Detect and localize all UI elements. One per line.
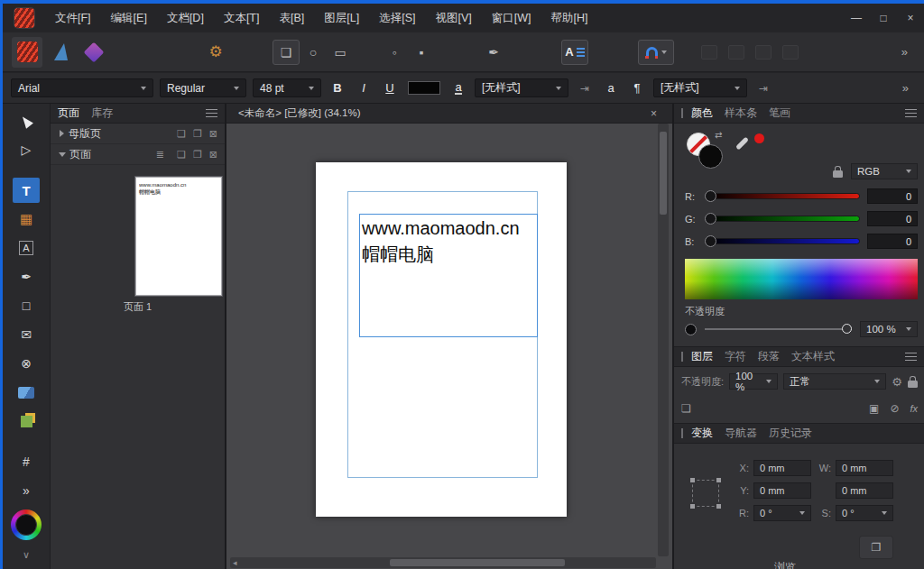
menu-text[interactable]: 文本[T] <box>214 4 270 32</box>
node-tool[interactable]: ▷ <box>13 137 40 162</box>
ellipse-frame-button[interactable]: ○ <box>300 40 327 65</box>
document-tab[interactable]: <未命名> [已修改] (34.1%) × <box>226 104 672 124</box>
adjustment-layer-icon[interactable]: ⊘ <box>890 402 899 415</box>
panel-drag-handle[interactable] <box>681 108 683 118</box>
vertical-scrollbar[interactable] <box>658 124 669 556</box>
art-text-button[interactable]: a <box>601 78 621 98</box>
maximize-button[interactable]: □ <box>870 4 897 32</box>
pages-row[interactable]: 页面 ≣ ❏ ❐ ⊠ <box>51 144 225 165</box>
font-style-select[interactable]: Regular <box>160 78 246 97</box>
close-button[interactable]: × <box>897 4 924 32</box>
update-char-style-icon[interactable]: ⇥ <box>575 78 595 98</box>
tab-stock[interactable]: 库存 <box>91 106 113 121</box>
shape-tool[interactable]: □ <box>13 293 40 318</box>
opacity-slider-thumb[interactable] <box>842 324 852 334</box>
tab-pages[interactable]: 页面 <box>58 106 79 121</box>
rotation-select[interactable]: 0 ° <box>753 505 811 521</box>
toolbar-overflow-button[interactable]: » <box>901 45 908 59</box>
show-special-chars-button[interactable]: ¶ <box>627 78 647 98</box>
fill-color-circle[interactable] <box>698 144 723 169</box>
tab-color[interactable]: 颜色 <box>691 106 713 121</box>
opacity-value-select[interactable]: 100 % <box>860 321 918 337</box>
y-field[interactable]: 0 mm <box>753 482 811 499</box>
more-tools-button[interactable]: » <box>13 478 40 503</box>
font-family-select[interactable]: Arial <box>11 78 153 97</box>
panel-menu-icon[interactable] <box>206 109 217 117</box>
blue-value-field[interactable]: 0 <box>867 234 918 249</box>
document-page[interactable]: www.maomaodn.cn 帽帽电脑 <box>316 162 567 517</box>
view-tool-button-1[interactable] <box>701 45 717 60</box>
menu-help[interactable]: 帮助[H] <box>541 4 598 32</box>
swap-colors-icon[interactable]: ⇄ <box>715 130 722 140</box>
tab-navigator[interactable]: 导航器 <box>725 426 757 441</box>
move-tool[interactable] <box>13 108 40 133</box>
designer-persona-button[interactable] <box>45 37 76 68</box>
green-value-field[interactable]: 0 <box>867 211 918 226</box>
eyedropper-icon[interactable] <box>735 134 752 152</box>
w-field[interactable]: 0 mm <box>836 460 893 476</box>
text-color-swatch[interactable] <box>408 81 440 95</box>
duplicate-page-icon[interactable]: ❐ <box>193 149 202 161</box>
opacity-slider[interactable] <box>705 328 852 330</box>
blend-mode-select[interactable]: 正常 <box>783 373 886 390</box>
strip-chevron-button[interactable]: ∨ <box>13 542 40 567</box>
delete-page-icon[interactable]: ⊠ <box>209 149 217 161</box>
x-field[interactable]: 0 mm <box>753 460 811 476</box>
menu-document[interactable]: 文档[D] <box>157 4 214 32</box>
bold-button[interactable]: B <box>328 78 347 98</box>
guide-marker-button[interactable]: ◦ <box>381 40 408 65</box>
menu-table[interactable]: 表[B] <box>269 4 314 32</box>
fill-stroke-selector[interactable]: ⇄ <box>687 133 730 176</box>
underline-button[interactable]: U <box>380 78 400 98</box>
text-tool[interactable]: T <box>13 178 40 203</box>
red-value-field[interactable]: 0 <box>867 188 918 204</box>
color-mode-select[interactable]: RGB <box>851 163 918 179</box>
tab-character[interactable]: 字符 <box>725 349 746 364</box>
menu-window[interactable]: 窗口[W] <box>482 4 541 32</box>
page-options-icon[interactable]: ≣ <box>156 149 164 161</box>
panel-drag-handle[interactable] <box>681 352 683 362</box>
add-page-button[interactable]: ❏ <box>273 40 300 65</box>
shear-select[interactable]: 0 ° <box>836 505 893 521</box>
green-slider-knob[interactable] <box>705 213 716 225</box>
picture-frame-ellipse-tool[interactable]: ⊗ <box>13 351 40 376</box>
tab-layers[interactable]: 图层 <box>691 349 713 364</box>
guide-dot-button[interactable]: ▪ <box>408 40 435 65</box>
master-pages-row[interactable]: 母版页 ❏ ❐ ⊠ <box>51 124 225 144</box>
table-tool[interactable]: ▦ <box>13 206 40 232</box>
format-overflow-button[interactable]: » <box>902 81 909 95</box>
rect-frame-button[interactable]: ▭ <box>327 40 354 65</box>
tab-swatches[interactable]: 样本条 <box>725 106 757 121</box>
lock-icon[interactable] <box>833 170 843 178</box>
tab-stroke[interactable]: 笔画 <box>769 106 790 121</box>
art-text-tool[interactable]: A <box>13 235 40 261</box>
panel-menu-icon[interactable] <box>905 353 917 361</box>
style-picker-button[interactable]: ✒ <box>480 40 507 65</box>
green-slider[interactable] <box>706 216 860 222</box>
layer-effects-icon[interactable]: fx <box>910 403 918 414</box>
canvas-area[interactable]: <未命名> [已修改] (34.1%) × www.maomaodn.cn 帽帽… <box>226 104 672 569</box>
layer-stack-icon[interactable]: ❏ <box>681 402 691 415</box>
scroll-left-icon[interactable]: ◂ <box>230 558 237 567</box>
horizontal-scrollbar-thumb[interactable] <box>390 559 565 566</box>
blue-slider-knob[interactable] <box>705 235 716 247</box>
add-master-icon[interactable]: ❏ <box>177 128 186 140</box>
update-para-style-icon[interactable]: ⇥ <box>753 78 773 98</box>
vertical-scrollbar-thumb[interactable] <box>660 132 667 215</box>
delete-master-icon[interactable]: ⊠ <box>209 128 217 140</box>
blue-slider[interactable] <box>706 238 860 244</box>
red-slider-knob[interactable] <box>705 190 716 202</box>
minimize-button[interactable]: — <box>843 4 870 32</box>
menu-file[interactable]: 文件[F] <box>45 4 101 32</box>
snapping-button[interactable] <box>638 40 674 65</box>
panel-drag-handle[interactable] <box>681 428 683 438</box>
tab-paragraph[interactable]: 段落 <box>758 349 780 364</box>
layer-opacity-select[interactable]: 100 % <box>729 373 778 390</box>
pen-tool[interactable]: ✒ <box>13 264 40 289</box>
crop-tool[interactable]: # <box>13 449 40 474</box>
font-size-select[interactable]: 48 pt <box>253 78 321 97</box>
character-style-select[interactable]: [无样式] <box>475 78 568 97</box>
tab-history[interactable]: 历史记录 <box>769 426 812 441</box>
menu-layer[interactable]: 图层[L] <box>314 4 369 32</box>
tab-text-styles[interactable]: 文本样式 <box>791 349 835 364</box>
